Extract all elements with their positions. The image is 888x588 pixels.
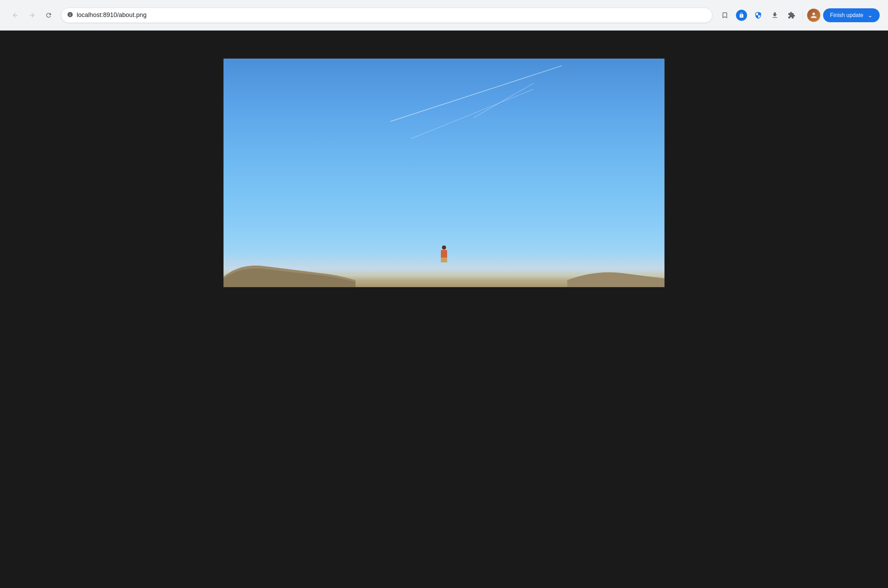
contrail-1 xyxy=(390,65,562,122)
info-icon xyxy=(67,12,73,19)
ground-left xyxy=(224,256,356,287)
toolbar-divider xyxy=(802,10,803,20)
main-image xyxy=(223,58,665,287)
person-body xyxy=(441,250,447,258)
password-manager-button[interactable] xyxy=(735,8,748,22)
shield-button[interactable] xyxy=(751,8,765,22)
address-bar[interactable]: localhost:8910/about.png xyxy=(61,8,712,23)
sky-background xyxy=(224,58,664,287)
finish-update-label: Finish update xyxy=(830,12,863,18)
back-button[interactable] xyxy=(8,8,22,22)
person-legs xyxy=(441,258,447,262)
contrail-2 xyxy=(411,89,534,139)
page-content xyxy=(0,30,888,588)
finish-update-button[interactable]: Finish update ⌄ xyxy=(823,8,880,22)
person-figure xyxy=(440,245,448,263)
url-display: localhost:8910/about.png xyxy=(77,12,706,19)
toolbar-right: Finish update ⌄ xyxy=(718,8,880,22)
nav-buttons xyxy=(8,8,56,22)
reload-button[interactable] xyxy=(42,8,56,22)
profile-avatar[interactable] xyxy=(807,9,820,22)
forward-button[interactable] xyxy=(25,8,39,22)
contrail-3 xyxy=(474,83,534,118)
save-page-button[interactable] xyxy=(768,8,782,22)
extensions-button[interactable] xyxy=(784,8,798,22)
ground-right xyxy=(567,266,664,287)
chevron-down-icon: ⌄ xyxy=(867,12,873,19)
person-head xyxy=(442,245,446,250)
browser-chrome: localhost:8910/about.png xyxy=(0,0,888,30)
bookmark-button[interactable] xyxy=(718,8,732,22)
pm-icon xyxy=(736,10,747,21)
